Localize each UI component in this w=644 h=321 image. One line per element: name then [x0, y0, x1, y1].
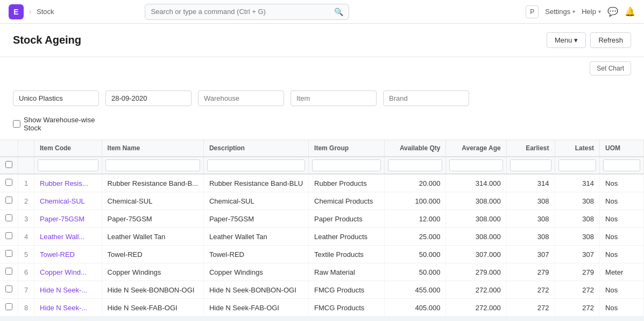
row-checkbox[interactable] [5, 232, 12, 239]
cell-item-name: Copper Windings [102, 263, 203, 281]
cell-uom: Nos [600, 228, 644, 246]
filter-latest-input[interactable] [558, 159, 597, 171]
search-icon: 🔍 [334, 8, 343, 16]
cell-uom: Nos [600, 299, 644, 317]
cell-average-age: 308.000 [446, 210, 506, 228]
chat-icon[interactable]: 💬 [607, 6, 618, 17]
cell-description: Chemical-SUL [203, 192, 308, 210]
cell-item-code[interactable]: Chemical-SUL [34, 192, 102, 210]
filter-average-age-input[interactable] [449, 159, 503, 171]
cell-uom: Nos [600, 174, 644, 192]
filter-description-input[interactable] [207, 159, 305, 171]
col-header-uom: UOM [600, 140, 644, 157]
menu-dropdown-icon: ▾ [574, 36, 578, 44]
settings-button[interactable]: Settings ▾ [545, 8, 575, 16]
user-badge[interactable]: P [526, 5, 539, 18]
row-checkbox[interactable] [5, 179, 12, 186]
col-header-latest: Latest [555, 140, 600, 157]
row-checkbox[interactable] [5, 268, 12, 275]
col-header-rownum [18, 140, 34, 157]
cell-earliest: 272 [506, 299, 555, 317]
brand-filter[interactable] [383, 90, 469, 106]
cell-available-qty: 20.000 [384, 174, 446, 192]
table-container: Item Code Item Name Description Item Gro… [0, 140, 644, 317]
search-bar[interactable]: 🔍 [145, 4, 349, 20]
filter-item-name-input[interactable] [105, 159, 200, 171]
cell-average-age: 272.000 [446, 281, 506, 299]
row-number: 4 [18, 228, 34, 246]
row-checkbox[interactable] [5, 285, 12, 292]
col-header-item-group: Item Group [309, 140, 385, 157]
row-number: 7 [18, 281, 34, 299]
table-row: 7 Hide N Seek-... Hide N Seek-BONBON-OGI… [0, 281, 644, 299]
date-filter[interactable] [105, 90, 192, 106]
cell-item-code[interactable]: Leather Wall... [34, 228, 102, 246]
cell-description: Paper-75GSM [203, 210, 308, 228]
row-checkbox[interactable] [5, 250, 12, 257]
row-checkbox[interactable] [5, 197, 12, 204]
cell-item-code[interactable]: Rubber Resis... [34, 174, 102, 192]
cell-item-group: Paper Products [309, 210, 385, 228]
cell-item-group: Leather Products [309, 228, 385, 246]
row-checkbox[interactable] [5, 214, 12, 221]
cell-available-qty: 455.000 [384, 281, 446, 299]
filter-uom-input[interactable] [603, 159, 640, 171]
table-row: 3 Paper-75GSM Paper-75GSM Paper-75GSM Pa… [0, 210, 644, 228]
warehouse-wise-checkbox[interactable] [13, 120, 20, 128]
cell-available-qty: 100.000 [384, 192, 446, 210]
filter-available-qty-input[interactable] [388, 159, 443, 171]
cell-item-code[interactable]: Hide N Seek-... [34, 299, 102, 317]
cell-item-name: Chemical-SUL [102, 192, 203, 210]
col-header-earliest: Earliest [506, 140, 555, 157]
warehouse-filter[interactable] [198, 90, 284, 106]
cell-latest: 308 [555, 228, 600, 246]
set-chart-row: Set Chart [0, 57, 644, 82]
cell-average-age: 308.000 [446, 228, 506, 246]
cell-latest: 314 [555, 174, 600, 192]
select-all-checkbox[interactable] [3, 161, 15, 168]
company-filter[interactable] [13, 90, 99, 106]
cell-average-age: 279.000 [446, 263, 506, 281]
cell-item-code[interactable]: Copper Wind... [34, 263, 102, 281]
cell-description: Hide N Seek-BONBON-OGI [203, 281, 308, 299]
cell-latest: 272 [555, 281, 600, 299]
table-filter-row [0, 157, 644, 174]
cell-available-qty: 405.000 [384, 299, 446, 317]
page-title: Stock Ageing [13, 34, 81, 46]
cell-uom: Nos [600, 246, 644, 263]
table-row: 8 Hide N Seek-... Hide N Seek-FAB-OGI Hi… [0, 299, 644, 317]
cell-available-qty: 25.000 [384, 228, 446, 246]
filter-item-code-input[interactable] [38, 159, 98, 171]
page-header: Stock Ageing Menu ▾ Refresh [0, 24, 644, 57]
menu-button[interactable]: Menu ▾ [547, 32, 586, 48]
row-checkbox[interactable] [5, 303, 12, 310]
content-area: Set Chart Show Warehouse-wise Stock [0, 57, 644, 317]
search-input[interactable] [151, 8, 331, 16]
filter-earliest-input[interactable] [510, 159, 551, 171]
table-row: 6 Copper Wind... Copper Windings Copper … [0, 263, 644, 281]
col-header-description: Description [203, 140, 308, 157]
cell-latest: 272 [555, 299, 600, 317]
stock-ageing-table: Item Code Item Name Description Item Gro… [0, 140, 644, 317]
cell-description: Towel-RED [203, 246, 308, 263]
cell-average-age: 314.000 [446, 174, 506, 192]
item-filter[interactable] [291, 90, 377, 106]
cell-item-name: Hide N Seek-FAB-OGI [102, 299, 203, 317]
help-button[interactable]: Help ▾ [582, 8, 601, 16]
cell-earliest: 308 [506, 228, 555, 246]
set-chart-button[interactable]: Set Chart [590, 61, 631, 75]
cell-item-code[interactable]: Hide N Seek-... [34, 281, 102, 299]
table-header-row: Item Code Item Name Description Item Gro… [0, 140, 644, 157]
cell-item-group: Chemical Products [309, 192, 385, 210]
filter-item-group-input[interactable] [312, 159, 381, 171]
cell-item-name: Towel-RED [102, 246, 203, 263]
refresh-button[interactable]: Refresh [590, 32, 631, 48]
cell-description: Hide N Seek-FAB-OGI [203, 299, 308, 317]
cell-item-group: Textile Products [309, 246, 385, 263]
cell-item-code[interactable]: Towel-RED [34, 246, 102, 263]
filter-row [13, 90, 631, 106]
cell-description: Leather Wallet Tan [203, 228, 308, 246]
notification-bell-icon[interactable]: 🔔 [625, 6, 635, 17]
cell-item-code[interactable]: Paper-75GSM [34, 210, 102, 228]
filters-section: Show Warehouse-wise Stock [0, 82, 644, 140]
